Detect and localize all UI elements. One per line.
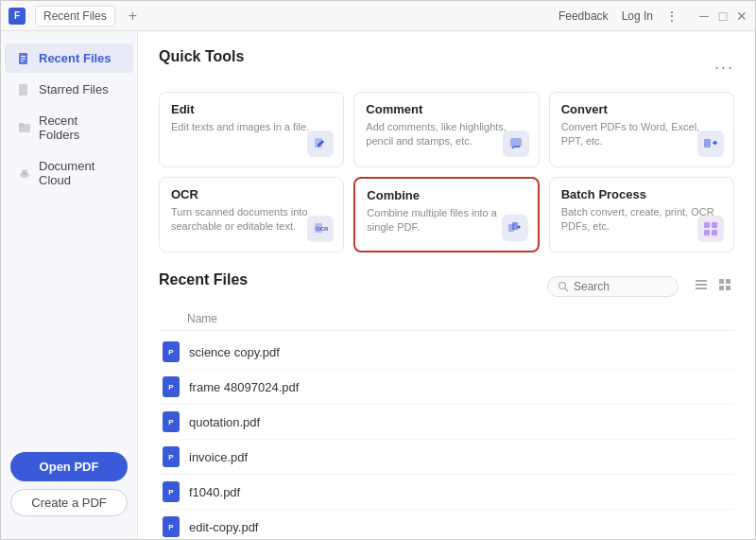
pdf-icon: P [163, 481, 180, 502]
svg-rect-1 [21, 56, 26, 57]
add-tab-button[interactable]: + [125, 8, 141, 25]
tool-card-ocr[interactable]: OCR Turn scanned documents into searchab… [159, 177, 344, 253]
svg-rect-3 [21, 61, 24, 61]
main-layout: Recent Files Starred Files Recent Folder… [1, 31, 755, 539]
recent-folders-icon [18, 121, 31, 134]
svg-rect-26 [726, 279, 730, 284]
files-list: P science copy.pdf P frame 48097024.pdf … [159, 335, 734, 539]
tab-label: Recent Files [43, 9, 107, 23]
file-item[interactable]: P edit-copy.pdf [159, 510, 734, 539]
tool-title: Convert [561, 102, 722, 116]
quick-tools-header: Quick Tools ... [159, 48, 734, 78]
file-name: invoice.pdf [189, 450, 248, 464]
svg-rect-15 [512, 222, 518, 230]
tool-card-batch-process[interactable]: Batch Process Batch convert, create, pri… [549, 177, 734, 253]
file-name: quotation.pdf [189, 415, 260, 429]
tools-grid: Edit Edit texts and images in a file. Co… [159, 92, 734, 253]
recent-files-header: Recent Files [159, 271, 734, 302]
file-item[interactable]: P invoice.pdf [159, 440, 734, 475]
svg-point-20 [559, 283, 566, 289]
minimize-button[interactable]: ─ [698, 10, 710, 22]
quick-tools-more-button[interactable]: ... [714, 54, 734, 74]
svg-rect-27 [719, 286, 724, 290]
recent-files-title: Recent Files [159, 271, 248, 288]
svg-rect-25 [719, 279, 724, 284]
svg-rect-6 [19, 123, 24, 126]
svg-point-8 [22, 169, 27, 175]
recent-files-icon [18, 52, 31, 65]
tool-title: Edit [171, 102, 332, 116]
title-bar-left: F Recent Files + [9, 6, 141, 26]
starred-files-icon [18, 83, 31, 96]
pdf-icon: P [163, 411, 180, 432]
title-bar-right: Feedback Log In ⋮ ─ □ ✕ [558, 9, 747, 23]
sidebar-item-label: Recent Folders [39, 113, 120, 142]
maximize-button[interactable]: □ [717, 10, 729, 22]
tool-card-convert[interactable]: Convert Convert PDFs to Word, Excel, PPT… [549, 92, 734, 167]
file-item[interactable]: P f1040.pdf [159, 475, 734, 510]
open-pdf-button[interactable]: Open PDF [10, 452, 128, 481]
app-window: F Recent Files + Feedback Log In ⋮ ─ □ ✕ [0, 0, 756, 540]
feedback-link[interactable]: Feedback [558, 9, 609, 23]
svg-rect-10 [510, 138, 522, 147]
svg-line-21 [565, 288, 568, 291]
app-icon: F [9, 8, 26, 25]
pdf-icon: P [163, 376, 180, 397]
sidebar-item-document-cloud[interactable]: Document Cloud [5, 151, 133, 195]
file-name: f1040.pdf [189, 485, 240, 499]
convert-tool-icon [697, 131, 724, 157]
file-name: science copy.pdf [189, 345, 280, 359]
pdf-icon: P [163, 516, 180, 537]
svg-text:OCR: OCR [316, 226, 328, 232]
sidebar: Recent Files Starred Files Recent Folder… [1, 31, 138, 539]
title-bar: F Recent Files + Feedback Log In ⋮ ─ □ ✕ [1, 1, 755, 31]
content-area: Quick Tools ... Edit Edit texts and imag… [138, 31, 755, 539]
view-toggle [692, 275, 734, 298]
file-name: frame 48097024.pdf [189, 380, 299, 394]
file-item[interactable]: P frame 48097024.pdf [159, 370, 734, 405]
files-toolbar [547, 275, 734, 298]
svg-rect-22 [696, 280, 707, 282]
svg-rect-4 [19, 84, 27, 96]
svg-rect-16 [704, 222, 710, 228]
tool-title: Batch Process [561, 187, 722, 201]
svg-rect-28 [726, 286, 730, 290]
sidebar-item-label: Recent Files [39, 51, 112, 65]
grid-view-button[interactable] [715, 275, 734, 298]
search-box[interactable] [547, 276, 679, 297]
svg-rect-24 [696, 287, 707, 289]
svg-rect-18 [704, 230, 710, 235]
tool-title: Combine [367, 188, 525, 202]
svg-rect-2 [21, 58, 26, 59]
close-button[interactable]: ✕ [736, 10, 747, 22]
sidebar-item-recent-files[interactable]: Recent Files [5, 44, 133, 73]
files-column-header: Name [159, 309, 734, 331]
pdf-icon: P [163, 341, 180, 362]
tool-card-comment[interactable]: Comment Add comments, like highlights, p… [353, 92, 539, 167]
tool-card-combine[interactable]: Combine Combine multiple files into a si… [353, 177, 539, 253]
current-tab[interactable]: Recent Files [35, 6, 115, 26]
search-input[interactable] [574, 280, 668, 293]
sidebar-item-starred-files[interactable]: Starred Files [5, 75, 133, 104]
file-item[interactable]: P quotation.pdf [159, 405, 734, 440]
search-icon [558, 281, 569, 292]
file-name: edit-copy.pdf [189, 520, 258, 534]
sidebar-bottom: Open PDF Create a PDF [1, 441, 137, 528]
sidebar-item-label: Document Cloud [39, 159, 120, 187]
tool-title: Comment [366, 102, 526, 116]
edit-tool-icon [307, 131, 334, 157]
batch-process-tool-icon [697, 216, 724, 242]
list-view-button[interactable] [692, 275, 711, 298]
svg-rect-11 [704, 139, 711, 148]
comment-tool-icon [503, 131, 529, 157]
ocr-tool-icon: OCR [307, 216, 334, 242]
create-pdf-button[interactable]: Create a PDF [10, 489, 128, 516]
svg-rect-17 [712, 222, 717, 228]
document-cloud-icon [18, 166, 31, 180]
login-link[interactable]: Log In [622, 9, 653, 23]
file-item[interactable]: P science copy.pdf [159, 335, 734, 370]
tool-card-edit[interactable]: Edit Edit texts and images in a file. [159, 92, 344, 167]
more-options-icon[interactable]: ⋮ [666, 9, 678, 23]
tool-title: OCR [171, 187, 332, 201]
sidebar-item-recent-folders[interactable]: Recent Folders [5, 106, 133, 149]
